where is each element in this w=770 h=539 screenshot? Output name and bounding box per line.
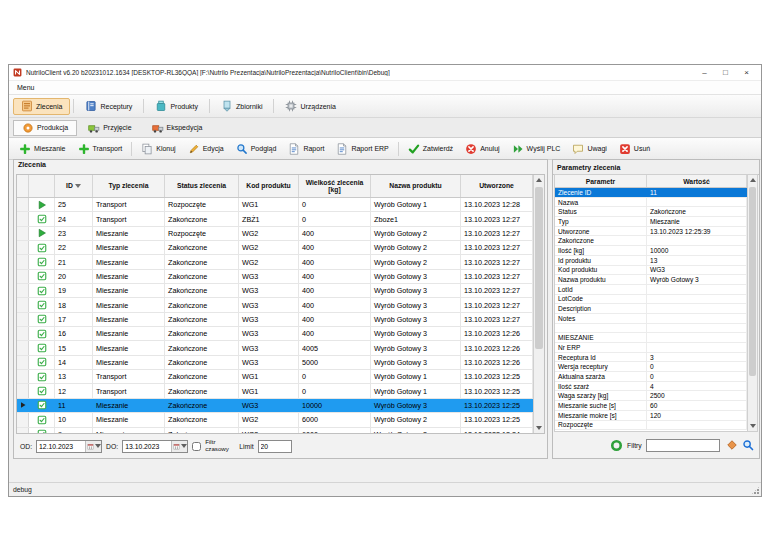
params-filter-input[interactable]	[646, 439, 720, 452]
param-row[interactable]: Description	[555, 304, 747, 314]
param-row[interactable]: Kod produktuWG3	[555, 266, 747, 276]
order-row[interactable]: 19MieszanieZakończoneWG3400Wyrób Gotowy …	[17, 284, 533, 298]
limit-input[interactable]	[258, 440, 292, 453]
order-row[interactable]: 10MieszanieZakończoneWG26000Wyrób Gotowy…	[17, 413, 533, 427]
order-row[interactable]: 14MieszanieZakończoneWG35000Wyrób Gotowy…	[17, 356, 533, 370]
param-row[interactable]: Mieszanie mokre [s]120	[555, 411, 747, 421]
do-date-input[interactable]	[123, 441, 171, 452]
mieszanie-button[interactable]: Mieszanie	[13, 138, 72, 159]
resize-grip[interactable]	[751, 486, 760, 495]
maximize-button[interactable]: □	[715, 65, 736, 80]
order-row[interactable]: 15MieszanieZakończoneWG34005Wyrób Gotowy…	[17, 341, 533, 355]
nav-tab-receptury[interactable]: Receptury	[77, 98, 140, 115]
orders-scrollbar-thumb[interactable]	[535, 187, 543, 349]
param-row[interactable]: MIESZANIE	[555, 333, 747, 343]
edycja-button[interactable]: Edycja	[182, 138, 230, 159]
zatwierdz-button[interactable]: Zatwierdź	[402, 138, 459, 159]
order-row[interactable]: 24TransportZakończoneZBŻ10Zboze113.10.20…	[17, 212, 533, 226]
time-filter-checkbox[interactable]	[192, 442, 201, 451]
params-scroll-down-arrow[interactable]	[748, 421, 757, 431]
close-button[interactable]: ×	[736, 65, 757, 80]
param-row[interactable]: Id produktu13	[555, 256, 747, 266]
sub-tab-produkcja[interactable]: Produkcja	[13, 120, 77, 136]
raport-button[interactable]: Raport	[282, 138, 330, 159]
minimize-button[interactable]: –	[694, 65, 715, 80]
param-row[interactable]: Nr ERP	[555, 343, 747, 353]
param-row[interactable]	[555, 324, 747, 334]
clear-filter-icon[interactable]	[726, 439, 738, 451]
param-row[interactable]: StatusZakończone	[555, 207, 747, 217]
klonuj-button[interactable]: Klonuj	[135, 138, 181, 159]
order-row[interactable]: 22MieszanieZakończoneWG2400Wyrób Gotowy …	[17, 241, 533, 255]
od-date-dropdown-button[interactable]	[85, 441, 101, 452]
usun-button[interactable]: Usuń	[613, 138, 656, 159]
param-row[interactable]: Receptura Id3	[555, 353, 747, 363]
refresh-icon[interactable]	[610, 439, 623, 452]
do-date-dropdown-button[interactable]	[171, 441, 187, 452]
params-scrollbar-thumb[interactable]	[749, 187, 756, 376]
anuluj-button[interactable]: Anuluj	[459, 138, 505, 159]
order-row[interactable]: 13TransportZakończoneWG10Wyrób Gotowy 11…	[17, 370, 533, 384]
column-header-status[interactable]: Status zlecenia	[165, 175, 239, 197]
param-row[interactable]: Waga szarży [kg]2500	[555, 391, 747, 401]
menu-item-menu[interactable]: Menu	[14, 84, 38, 91]
scroll-up-arrow[interactable]	[534, 175, 544, 185]
param-row[interactable]: Zakończone	[555, 236, 747, 246]
podglad-button[interactable]: Podgląd	[230, 138, 283, 159]
app-window: NutriloClient v6.20 b20231012.1634 [DESK…	[8, 64, 762, 497]
column-header-id[interactable]: ID	[55, 175, 93, 197]
od-date-input[interactable]	[37, 441, 85, 452]
sub-tab-przyjecie[interactable]: Przyjęcie	[79, 120, 140, 136]
column-header-utworzone[interactable]: Utworzone	[461, 175, 533, 197]
param-row[interactable]: Ilość [kg]10000	[555, 246, 747, 256]
nav-tab-zbiorniki[interactable]: Zbiorniki	[213, 98, 270, 115]
params-scroll-up-arrow[interactable]	[748, 175, 757, 185]
do-date-picker[interactable]	[122, 440, 188, 453]
param-row[interactable]: Rozpoczęte	[555, 421, 747, 431]
order-row[interactable]: 16MieszanieZakończoneWG3400Wyrób Gotowy …	[17, 327, 533, 341]
order-row[interactable]: 17MieszanieZakończoneWG3400Wyrób Gotowy …	[17, 313, 533, 327]
param-row[interactable]: Aktualna szarża0	[555, 372, 747, 382]
nav-tab-zlecenia[interactable]: Zlecenia	[13, 98, 70, 115]
param-row[interactable]: Nazwa	[555, 198, 747, 208]
orders-scrollbar-track[interactable]	[534, 185, 544, 423]
scroll-down-arrow[interactable]	[534, 423, 544, 433]
column-header-wielkosc[interactable]: Wielkość zlecenia [kg]	[299, 175, 371, 197]
param-row[interactable]: Mieszanie suche [s]60	[555, 401, 747, 411]
order-row[interactable]: 21MieszanieZakończoneWG2400Wyrób Gotowy …	[17, 255, 533, 269]
wyslij-plc-button[interactable]: Wyślij PLC	[506, 138, 567, 159]
order-row[interactable]: 11MieszanieZakończoneWG310000Wyrób Gotow…	[17, 399, 533, 413]
transport-button[interactable]: Transport	[72, 138, 129, 159]
orders-scrollbar[interactable]	[533, 175, 544, 433]
param-row[interactable]: Utworzone13.10.2023 12:25:39	[555, 227, 747, 237]
param-row[interactable]: LotId	[555, 285, 747, 295]
column-header-typ[interactable]: Typ zlecenia	[93, 175, 165, 197]
column-header-parametr[interactable]: Parametr	[555, 175, 647, 187]
order-row[interactable]: 9MieszanieZakończoneWG36000Wyrób Gotowy …	[17, 428, 533, 434]
order-row[interactable]: 20MieszanieZakończoneWG3400Wyrób Gotowy …	[17, 270, 533, 284]
param-row[interactable]: TypMieszanie	[555, 217, 747, 227]
column-header-wartosc[interactable]: Wartość	[647, 175, 747, 187]
params-scrollbar[interactable]	[747, 175, 757, 431]
order-row[interactable]: 18MieszanieZakończoneWG3400Wyrób Gotowy …	[17, 298, 533, 312]
nav-tab-urzadzenia[interactable]: Urządzenia	[277, 98, 343, 115]
order-row[interactable]: 12TransportZakończoneWG10Wyrób Gotowy 11…	[17, 384, 533, 398]
order-row[interactable]: 23MieszanieRozpoczęteWG2400Wyrób Gotowy …	[17, 227, 533, 241]
param-row[interactable]: Ilość szarż4	[555, 382, 747, 392]
order-row[interactable]: 25TransportRozpoczęteWG10Wyrób Gotowy 11…	[17, 198, 533, 212]
nav-tab-produkty[interactable]: Produkty	[147, 98, 206, 115]
order-cell-wielkosc: 5000	[299, 356, 371, 369]
param-row[interactable]: Wersja receptury0	[555, 362, 747, 372]
od-date-picker[interactable]	[36, 440, 102, 453]
param-row[interactable]: Zlecenie ID11	[555, 188, 747, 198]
column-header-kod[interactable]: Kod produktu	[239, 175, 299, 197]
param-row[interactable]: LotCode	[555, 295, 747, 305]
uwagi-button[interactable]: Uwagi	[566, 138, 612, 159]
param-row[interactable]: Notes	[555, 314, 747, 324]
column-header-nazwa[interactable]: Nazwa produktu	[371, 175, 461, 197]
raport-erp-button[interactable]: Raport ERP	[330, 138, 394, 159]
param-row[interactable]: Nazwa produktuWyrób Gotowy 3	[555, 275, 747, 285]
sub-tab-ekspedycja[interactable]: Ekspedycja	[143, 120, 212, 136]
search-icon[interactable]	[742, 439, 754, 451]
params-scrollbar-track[interactable]	[748, 185, 757, 421]
